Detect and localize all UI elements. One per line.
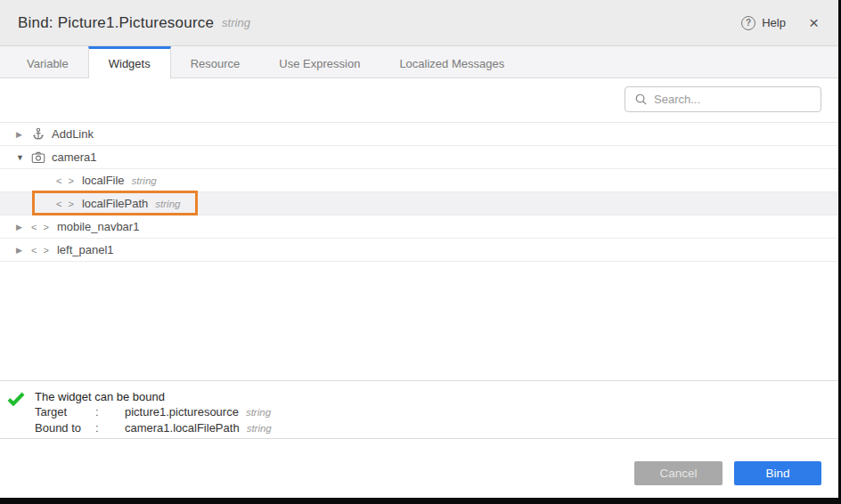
tab-use-expression[interactable]: Use Expression <box>259 46 380 77</box>
status-value: picture1.picturesourcestring <box>125 404 272 420</box>
cancel-button[interactable]: Cancel <box>634 461 723 485</box>
status-message: The widget can be bound <box>35 389 272 404</box>
check-icon <box>7 392 25 406</box>
tab-variable[interactable]: Variable <box>7 46 88 77</box>
property-icon: < > <box>31 245 51 256</box>
status-value-text: camera1.localFilePath <box>125 421 240 435</box>
tree-row-mobile-navbar1[interactable]: ▶ < > mobile_navbar1 <box>0 215 838 239</box>
tree-row-localfile[interactable]: < > localFile string <box>0 169 838 192</box>
dialog-title-type: string <box>222 16 250 29</box>
type-tag: string <box>247 423 272 434</box>
tree-row-localfilepath[interactable]: < > localFilePath string <box>0 192 838 215</box>
property-icon: < > <box>56 199 76 209</box>
help-icon: ? <box>741 16 755 30</box>
tree-node-label: localFile <box>82 174 125 187</box>
type-tag: string <box>246 407 271 418</box>
status-label: Bound to <box>35 420 95 436</box>
search-input[interactable] <box>654 93 813 106</box>
titlebar-actions: ? Help × <box>741 12 822 33</box>
status-separator: : <box>95 404 125 420</box>
tab-resource[interactable]: Resource <box>171 46 260 77</box>
help-label: Help <box>762 16 786 29</box>
camera-icon <box>31 150 45 165</box>
property-icon: < > <box>56 175 76 186</box>
tab-localized-messages[interactable]: Localized Messages <box>380 46 524 77</box>
screen: Bind: Picture1.Picturesource string ? He… <box>0 0 841 504</box>
tree-node-label: mobile_navbar1 <box>57 220 140 233</box>
bind-button[interactable]: Bind <box>734 461 821 485</box>
search-icon <box>634 93 648 106</box>
widget-tree: ▶ AddLink ▼ <box>0 122 838 262</box>
dialog-titlebar: Bind: Picture1.Picturesource string ? He… <box>0 0 838 46</box>
bind-status: The widget can be bound Target : picture… <box>7 389 272 436</box>
divider <box>0 380 838 381</box>
type-tag: string <box>155 199 180 209</box>
status-label: Target <box>35 404 95 420</box>
status-text: The widget can be bound Target : picture… <box>35 389 272 436</box>
anchor-icon <box>31 127 45 142</box>
tab-bar: Variable Widgets Resource Use Expression… <box>0 46 838 78</box>
status-target-row: Target : picture1.picturesourcestring <box>35 404 272 420</box>
status-separator: : <box>95 420 125 436</box>
status-value-text: picture1.picturesource <box>125 405 239 419</box>
property-icon: < > <box>31 222 51 232</box>
tree-row-addlink[interactable]: ▶ AddLink <box>0 123 838 146</box>
tree-row-left-panel1[interactable]: ▶ < > left_panel1 <box>0 239 838 262</box>
status-boundto-row: Bound to : camera1.localFilePathstring <box>35 420 272 436</box>
divider <box>0 438 838 439</box>
tree-node-label: localFilePath <box>82 197 148 210</box>
tree-row-camera1[interactable]: ▼ camera1 <box>0 146 838 169</box>
expander-collapsed-icon[interactable]: ▶ <box>16 130 31 139</box>
tree-node-label: AddLink <box>52 127 94 141</box>
type-tag: string <box>132 175 157 186</box>
close-icon[interactable]: × <box>805 12 822 33</box>
bind-dialog: Bind: Picture1.Picturesource string ? He… <box>0 0 838 498</box>
expander-collapsed-icon[interactable]: ▶ <box>16 223 31 232</box>
tree-node-label: left_panel1 <box>57 243 114 256</box>
search-box[interactable] <box>625 86 821 112</box>
expander-expanded-icon[interactable]: ▼ <box>16 153 31 162</box>
help-button[interactable]: ? Help <box>741 16 786 30</box>
expander-collapsed-icon[interactable]: ▶ <box>16 246 31 255</box>
tab-widgets[interactable]: Widgets <box>88 46 171 78</box>
tree-node-label: camera1 <box>52 150 97 164</box>
dialog-title: Bind: Picture1.Picturesource <box>18 14 214 32</box>
status-value: camera1.localFilePathstring <box>125 420 272 436</box>
